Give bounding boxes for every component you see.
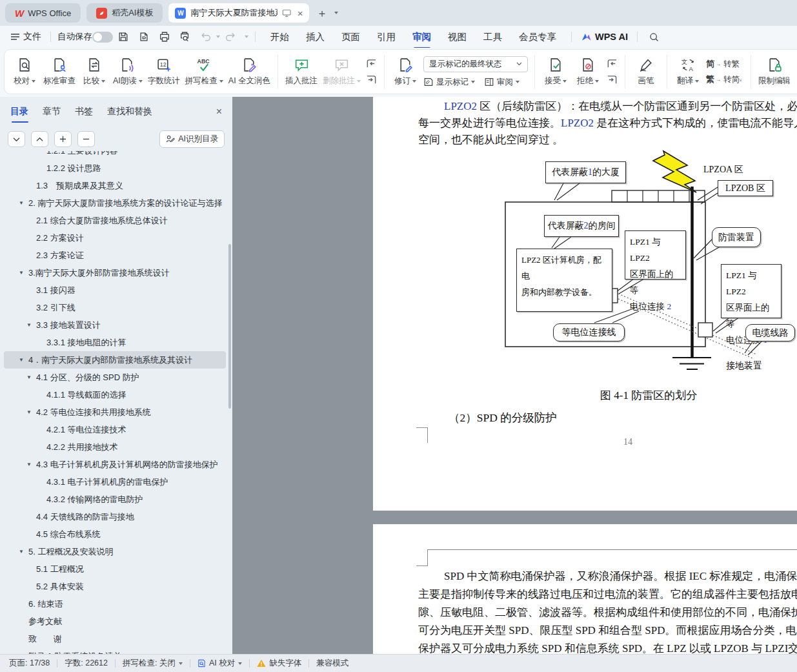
- toc-expand-arrow-icon[interactable]: ▼: [19, 357, 28, 363]
- spell-check-button[interactable]: ABC 拼写检查: [183, 51, 226, 92]
- insert-comment-button[interactable]: 插入批注: [283, 51, 320, 92]
- toc-expand-arrow-icon[interactable]: ▼: [19, 200, 28, 206]
- toc-item[interactable]: 2.1 综合大厦防雷接地系统总体设计: [4, 212, 226, 229]
- missing-font-warning[interactable]: 缺失字体: [257, 658, 301, 669]
- print-button[interactable]: [154, 31, 175, 43]
- toc-item[interactable]: 1.2.1 主要设计内容: [4, 151, 226, 159]
- word-count-button[interactable]: 12 字数统计: [145, 51, 183, 92]
- toc-item[interactable]: 3.2 引下线: [4, 299, 226, 316]
- ai-recognize-toc-button[interactable]: AI识别目录: [159, 130, 225, 148]
- toc-item[interactable]: 4.3.2 传输网络的雷电防护: [4, 491, 226, 508]
- menu-tab-member[interactable]: 会员专享: [514, 30, 561, 45]
- track-changes-button[interactable]: 修订: [389, 51, 421, 92]
- toc-item[interactable]: 6. 结束语: [4, 595, 226, 613]
- menu-tab-insert[interactable]: 插入: [301, 30, 329, 45]
- collapse-all-button[interactable]: [8, 131, 25, 147]
- toc-expand-arrow-icon[interactable]: ▼: [19, 549, 28, 555]
- proofread-button[interactable]: 校对: [8, 51, 41, 92]
- export-pdf-button[interactable]: [134, 31, 154, 43]
- sidebar-tab-chapter[interactable]: 章节: [43, 106, 61, 117]
- toc-item[interactable]: ▼4.3 电子计算机机房及计算机网络的防雷接地保护: [4, 456, 226, 473]
- spell-check-status[interactable]: 拼写检查: 关闭: [123, 658, 183, 669]
- ai-read-aloud-button[interactable]: AI朗读: [110, 51, 145, 92]
- undo-button[interactable]: [196, 31, 216, 43]
- markup-state-select[interactable]: 显示标记的最终状态: [423, 56, 528, 72]
- expand-all-button[interactable]: [31, 131, 48, 147]
- menu-tab-page[interactable]: 页面: [337, 30, 365, 45]
- document-text-line[interactable]: 可分为电压开关型 SPD、限压型 SPD 和组合型 SPD。而根据应用场合分类，…: [418, 622, 797, 640]
- restrict-editing-button[interactable]: 限制编辑: [756, 51, 793, 92]
- show-markup-button[interactable]: 显示标记: [423, 77, 475, 88]
- zoom-in-outline-button[interactable]: [54, 131, 72, 147]
- toc-item[interactable]: ▼4.2 等电位连接和共用接地系统: [4, 403, 226, 421]
- toc-item[interactable]: 参考文献: [4, 613, 226, 630]
- toc-item[interactable]: 2.2 方案设计: [4, 229, 226, 247]
- save-button[interactable]: [113, 31, 134, 43]
- ink-pen-button[interactable]: 画笔: [630, 51, 662, 92]
- zoom-out-outline-button[interactable]: [77, 131, 95, 147]
- document-text-line[interactable]: 主要是指抑制传导来的线路过电压和过电流的装置。它的组成器件主要包括放电: [418, 586, 797, 604]
- toc-item[interactable]: ▼4．南宁天际大厦内部防雷接地系统及其设计: [4, 351, 226, 369]
- document-text-line[interactable]: 保护器又可分成电力系统 SPD 和信息系统 SPD。在 LPZ 以或 LPZOB…: [418, 640, 797, 654]
- wps-ai-button[interactable]: WPS AI: [578, 32, 631, 42]
- document-canvas[interactable]: LPZO2 区（后续防雷区）：在电缆从一个防雷区通到另一个防雷区处，必须每一交界…: [232, 97, 797, 654]
- toc-item[interactable]: 1.3 预期成果及其意义: [4, 177, 226, 194]
- print-preview-button[interactable]: [175, 31, 196, 43]
- toc-expand-arrow-icon[interactable]: ▼: [26, 462, 36, 467]
- toc-item[interactable]: 4.2.2 共用接地技术: [4, 438, 226, 456]
- toc-item[interactable]: 附录 1 防雷系统设备清单: [4, 647, 226, 654]
- review-pane-button[interactable]: 审阅: [484, 77, 520, 88]
- toc-item[interactable]: ▼3.3 接地装置设计: [4, 316, 226, 334]
- search-button[interactable]: [644, 32, 664, 43]
- delete-comment-button[interactable]: 删除批注: [320, 51, 363, 92]
- simplified-to-traditional-button[interactable]: 简→ 转繁: [706, 58, 740, 70]
- document-page-1[interactable]: LPZO2 区（后续防雷区）：在电缆从一个防雷区通到另一个防雷区处，必须每一交界…: [373, 97, 797, 511]
- toc-item[interactable]: 4.4 天馈线路的防雷与接地: [4, 508, 226, 525]
- body-paragraph[interactable]: SPD 中文简称电涌保护器，又称浪涌保护器。根据 IEC 标准规定，电涌保护主要…: [418, 568, 797, 654]
- reject-revision-button[interactable]: 拒绝: [572, 51, 604, 92]
- ai-polish-button[interactable]: AI 全文润色: [226, 51, 273, 92]
- more-commands-icon[interactable]: [245, 36, 248, 38]
- app-tab-wps-office[interactable]: W WPS Office: [5, 3, 81, 23]
- toc-item[interactable]: 3.3.1 接地电阻的计算: [4, 334, 226, 351]
- present-screen-icon[interactable]: [282, 9, 291, 17]
- toc-item[interactable]: 5.1 工程概况: [4, 560, 226, 578]
- menu-tab-tools[interactable]: 工具: [479, 30, 507, 45]
- autosave-toggle[interactable]: [92, 32, 113, 43]
- toc-item[interactable]: 4.1.1 导线截面的选择: [4, 386, 226, 403]
- toc-expand-arrow-icon[interactable]: ▼: [19, 270, 28, 276]
- toc-expand-arrow-icon[interactable]: ▼: [26, 409, 36, 415]
- word-count-indicator[interactable]: 字数: 22612: [65, 658, 108, 669]
- menu-tab-home[interactable]: 开始: [266, 30, 294, 45]
- toc-expand-arrow-icon[interactable]: ▼: [26, 374, 36, 380]
- next-comment-icon[interactable]: [365, 74, 378, 85]
- ai-proofread-status[interactable]: AI 校对: [197, 658, 242, 669]
- standard-review-button[interactable]: 标准审查: [41, 51, 78, 92]
- group-expand-icon[interactable]: ↘: [738, 76, 743, 83]
- sidebar-close-icon[interactable]: ×: [216, 106, 222, 117]
- menu-tab-review[interactable]: 审阅: [408, 30, 436, 45]
- menu-tab-view[interactable]: 视图: [443, 30, 471, 45]
- file-menu[interactable]: 文件: [8, 31, 44, 43]
- toc-item[interactable]: ▼4.1 分区、分级的 SPD 防护: [4, 369, 226, 386]
- toc-item[interactable]: ▼5. 工程概况及安装说明: [4, 543, 226, 560]
- toc-item[interactable]: ▼2. 南宁天际大厦防雷接地系统方案的设计论证与选择: [4, 194, 226, 212]
- toc-item[interactable]: 4.3.1 电子计算机机房的雷电保护: [4, 473, 226, 491]
- toc-item[interactable]: 3.1 接闪器: [4, 281, 226, 299]
- toc-item[interactable]: 5.2 具体安装: [4, 578, 226, 595]
- traditional-to-simplified-button[interactable]: 繁→ 转简: [706, 74, 740, 85]
- document-text-line[interactable]: 隙、压敏电阻、二极管、滤波器等。根据构成组件和使用部位的不同，电涌保护: [418, 604, 797, 622]
- toc-item[interactable]: 致 谢: [4, 630, 226, 647]
- sidebar-scrollbar[interactable]: [228, 244, 231, 409]
- compare-button[interactable]: 比较: [78, 51, 110, 92]
- sidebar-tab-find-replace[interactable]: 查找和替换: [107, 106, 152, 117]
- menu-tab-reference[interactable]: 引用: [372, 30, 400, 45]
- sidebar-tab-toc[interactable]: 目录: [10, 106, 28, 117]
- toc-item[interactable]: 4.5 综合布线系统: [4, 525, 226, 543]
- toc-expand-arrow-icon[interactable]: ▼: [26, 322, 36, 328]
- toc-item[interactable]: 2.3 方案论证: [4, 247, 226, 264]
- tab-list-dropdown-icon[interactable]: [334, 12, 338, 14]
- previous-comment-icon[interactable]: [365, 58, 378, 69]
- page-indicator[interactable]: 页面: 17/38: [9, 658, 50, 669]
- toc-item[interactable]: 4.2.1 等电位连接技术: [4, 421, 226, 438]
